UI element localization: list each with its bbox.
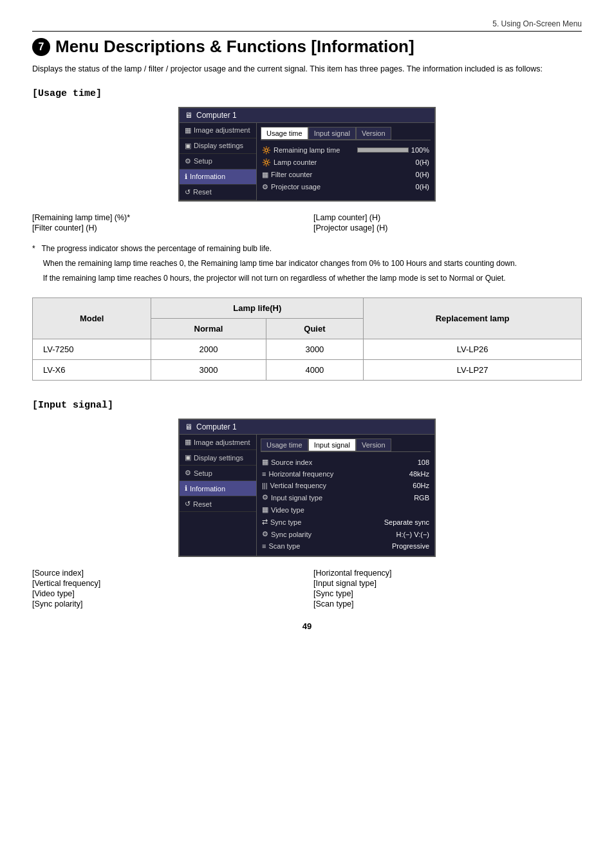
vert-freq-value: 60Hz (413, 482, 429, 489)
col-model: Model (33, 298, 151, 339)
lamp-table: Model Lamp life(H) Replacement lamp Norm… (32, 297, 582, 381)
sync-polarity-value: H:(−) V:(−) (396, 531, 429, 538)
osd-tabs-input: Usage time Input signal Version (261, 439, 431, 452)
field-vert-freq: [Vertical frequency] (32, 579, 301, 588)
sidebar-icon-display: ▣ (185, 142, 191, 150)
footnote-line2: When the remaining lamp time reaches 0, … (32, 258, 582, 270)
horiz-freq-icon: ≡ (262, 470, 266, 478)
sync-type-icon: ⇄ (262, 518, 268, 526)
scan-type-value: Progressive (392, 542, 429, 550)
field-sync-type: [Sync type] (313, 589, 582, 598)
sidebar2-icon-info: ℹ (185, 484, 187, 493)
usage-time-osd-wrapper: 🖥 Computer 1 ▦ Image adjustment ▣ Displa… (32, 107, 582, 202)
lamp-counter-value: 0(H) (416, 158, 429, 166)
sidebar-icon-image: ▦ (185, 126, 191, 135)
field-source-index: [Source index] (32, 569, 301, 578)
sidebar-item-setup[interactable]: ⚙ Setup (180, 154, 256, 169)
footnote-line3: If the remaining lamp time reaches 0 hou… (32, 272, 582, 285)
input-signal-heading: [Input signal] (32, 400, 582, 411)
sidebar-item-display[interactable]: ▣ Display settings (180, 138, 256, 154)
projector-usage-icon: ⚙ (262, 183, 268, 191)
sidebar2-icon-reset: ↺ (185, 500, 191, 508)
quiet-lv7250: 3000 (266, 339, 364, 360)
osd-row-video-type: ▦ Video type (261, 504, 431, 516)
sidebar-icon-setup: ⚙ (185, 157, 191, 165)
col-replacement-lamp: Replacement lamp (364, 298, 582, 339)
tab-input-signal-usage[interactable]: Input signal (308, 127, 356, 140)
input-signal-osd-wrapper: 🖥 Computer 1 ▦ Image adjustment ▣ Displa… (32, 419, 582, 557)
osd-row-source-index: ▦ Source index 108 (261, 456, 431, 468)
lamp-progress-bar (357, 147, 409, 153)
osd-sidebar: ▦ Image adjustment ▣ Display settings ⚙ … (180, 123, 257, 200)
osd-title-icon-2: 🖥 (185, 422, 192, 431)
tab-version-2[interactable]: Version (356, 439, 391, 451)
field-input-signal-type: [Input signal type] (313, 579, 582, 588)
vert-freq-icon: ||| (262, 482, 268, 489)
sidebar2-item-display[interactable]: ▣ Display settings (180, 450, 256, 466)
field-scan-type: [Scan type] (313, 599, 582, 609)
col-quiet: Quiet (266, 319, 364, 339)
osd-row-lamp-counter: 🔆 Lamp counter 0(H) (261, 156, 431, 169)
source-index-icon: ▦ (262, 458, 268, 466)
sidebar-icon-reset: ↺ (185, 188, 191, 196)
normal-lv7250: 2000 (151, 339, 266, 360)
osd-row-sync-polarity: ⚙ Sync polarity H:(−) V:(−) (261, 528, 431, 540)
chapter-title: 5. Using On-Screen Menu (492, 19, 582, 28)
footnote: * The progress indicator shows the perce… (32, 243, 582, 285)
replacement-lvx6: LV-LP27 (364, 360, 582, 381)
sidebar2-item-reset[interactable]: ↺ Reset (180, 496, 256, 512)
sidebar-icon-info: ℹ (185, 173, 187, 181)
tab-input-signal-2[interactable]: Input signal (308, 439, 356, 451)
sidebar-item-reset[interactable]: ↺ Reset (180, 185, 256, 200)
filter-counter-value: 0(H) (416, 171, 429, 178)
page-number: 49 (32, 621, 582, 631)
field-projector-usage: [Projector usage] (H) (313, 223, 582, 232)
footnote-line1: * The progress indicator shows the perce… (32, 243, 582, 255)
sidebar2-icon-setup: ⚙ (185, 469, 191, 477)
input-signal-osd-menu: 🖥 Computer 1 ▦ Image adjustment ▣ Displa… (178, 419, 436, 557)
quiet-lvx6: 4000 (266, 360, 364, 381)
projector-usage-value: 0(H) (416, 183, 429, 191)
replacement-lv7250: LV-LP26 (364, 339, 582, 360)
sidebar-item-image-adj[interactable]: ▦ Image adjustment (180, 123, 256, 138)
table-row: LV-7250 2000 3000 LV-LP26 (33, 339, 582, 360)
osd-body: ▦ Image adjustment ▣ Display settings ⚙ … (180, 123, 434, 200)
sidebar2-item-information[interactable]: ℹ Information (180, 481, 256, 496)
osd-title-text-2: Computer 1 (196, 422, 237, 431)
col-lamp-life: Lamp life(H) (151, 298, 364, 319)
input-signal-type-value: RGB (414, 494, 429, 502)
osd-tabs-usage: Usage time Input signal Version (261, 127, 431, 140)
usage-time-osd-menu: 🖥 Computer 1 ▦ Image adjustment ▣ Displa… (178, 107, 436, 202)
osd-row-horiz-freq: ≡ Horizontal frequency 48kHz (261, 468, 431, 480)
main-title-text: Menu Descriptions & Functions [Informati… (55, 37, 414, 57)
field-filter-counter: [Filter counter] (H) (32, 223, 301, 232)
page-header: 5. Using On-Screen Menu (32, 19, 582, 32)
model-lv7250: LV-7250 (33, 339, 151, 360)
osd-row-vert-freq: ||| Vertical frequency 60Hz (261, 480, 431, 491)
osd-row-projector-usage: ⚙ Projector usage 0(H) (261, 181, 431, 193)
lamp-progress-fill (358, 148, 408, 152)
osd-content-usage: Usage time Input signal Version 🔆 Remain… (257, 123, 434, 200)
field-horiz-freq: [Horizontal frequency] (313, 569, 582, 578)
intro-text: Displays the status of the lamp / filter… (32, 63, 582, 75)
normal-lvx6: 3000 (151, 360, 266, 381)
tab-version-usage[interactable]: Version (356, 127, 391, 140)
osd-sidebar-2: ▦ Image adjustment ▣ Display settings ⚙ … (180, 435, 257, 556)
osd-title-bar-2: 🖥 Computer 1 (180, 420, 434, 435)
tab-usage-time[interactable]: Usage time (261, 127, 308, 140)
osd-body-2: ▦ Image adjustment ▣ Display settings ⚙ … (180, 435, 434, 556)
osd-row-scan-type: ≡ Scan type Progressive (261, 540, 431, 552)
sidebar2-item-setup[interactable]: ⚙ Setup (180, 466, 256, 481)
filter-counter-icon: ▦ (262, 171, 268, 179)
sidebar-item-information[interactable]: ℹ Information (180, 169, 256, 185)
lamp-counter-icon: 🔆 (262, 158, 271, 167)
tab-usage-time-2[interactable]: Usage time (261, 439, 308, 451)
input-signal-type-icon: ⚙ (262, 493, 268, 502)
video-type-icon: ▦ (262, 505, 268, 514)
osd-row-input-signal-type: ⚙ Input signal type RGB (261, 491, 431, 504)
sync-polarity-icon: ⚙ (262, 530, 268, 538)
field-remaining-lamp: [Remaining lamp time] (%)* (32, 213, 301, 222)
sidebar2-item-image-adj[interactable]: ▦ Image adjustment (180, 435, 256, 450)
osd-row-filter-counter: ▦ Filter counter 0(H) (261, 169, 431, 181)
section-icon: 7 (32, 38, 50, 56)
